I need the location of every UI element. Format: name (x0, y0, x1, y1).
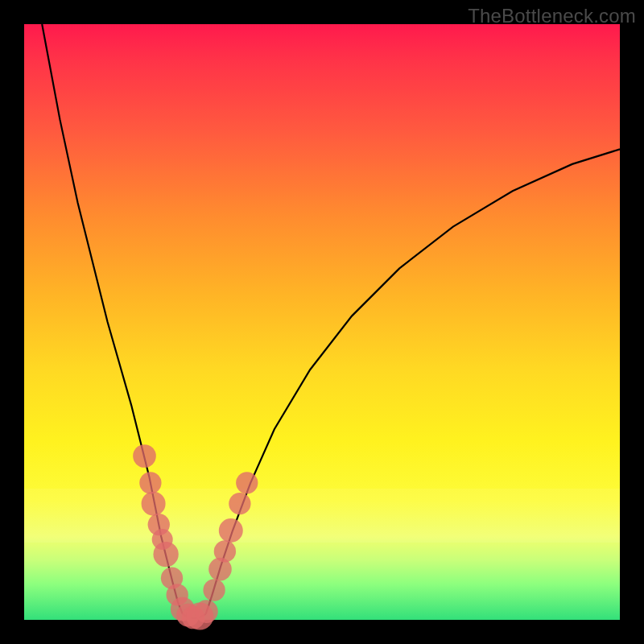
highlight-dot (139, 472, 161, 493)
highlight-dot (236, 472, 258, 493)
plot-area (24, 24, 620, 620)
highlight-dot (142, 492, 166, 516)
highlight-dot (214, 540, 236, 562)
highlight-dot (133, 444, 156, 468)
watermark-text: TheBottleneck.com (468, 5, 636, 27)
highlight-dot (203, 579, 225, 601)
dots-group (133, 444, 258, 630)
highlight-dot (195, 600, 218, 623)
curve-right (206, 149, 620, 613)
chart-svg (24, 24, 620, 620)
chart-frame: TheBottleneck.com (0, 0, 644, 644)
highlight-dot (229, 493, 250, 514)
highlight-dot (153, 542, 178, 567)
highlight-dot (219, 518, 243, 543)
